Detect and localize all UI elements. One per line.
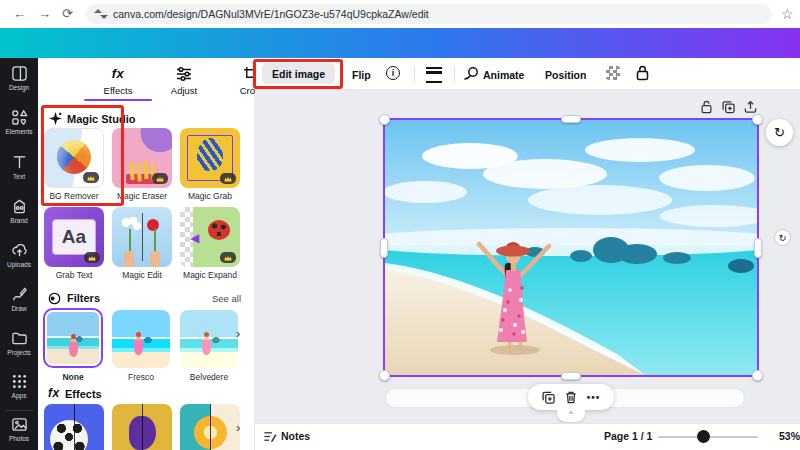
position-button[interactable]: Position bbox=[545, 69, 586, 81]
lock-icon[interactable] bbox=[636, 65, 649, 81]
pro-crown-badge bbox=[84, 252, 100, 263]
filter-label: Belvedere bbox=[176, 372, 242, 382]
flip-button[interactable]: Flip bbox=[352, 69, 371, 81]
divider bbox=[142, 213, 143, 261]
tool-label: Grab Text bbox=[41, 270, 107, 280]
tool-magic-grab[interactable] bbox=[180, 128, 240, 188]
stem bbox=[154, 229, 156, 251]
app-header: File Resize & Magic Switch ↶ ↷ ✓ Untitle… bbox=[0, 28, 800, 58]
ladybug-illustration bbox=[208, 220, 230, 240]
resize-handle-ne[interactable] bbox=[752, 114, 763, 125]
duplicate-icon[interactable] bbox=[542, 391, 555, 404]
rose-illustration bbox=[147, 219, 159, 231]
tool-label: Magic Expand bbox=[177, 270, 243, 280]
element-quick-actions: ••• bbox=[528, 384, 614, 410]
canva-editor-window: ← → ⟳ canva.com/design/DAGNul3MVrE/1nGOZ… bbox=[0, 0, 800, 450]
effect-thumb-shadows[interactable] bbox=[44, 404, 104, 450]
filter-label: Fresco bbox=[108, 372, 174, 382]
page-indicator: Page 1 / 1 bbox=[604, 430, 652, 442]
tool-label: BG Remover bbox=[41, 191, 107, 201]
resize-handle-w[interactable] bbox=[380, 238, 388, 258]
design-icon bbox=[11, 65, 28, 82]
resize-handle-n[interactable] bbox=[561, 115, 581, 123]
sidebar-item-uploads[interactable]: Uploads bbox=[0, 242, 38, 268]
magic-sparkle-icon bbox=[49, 112, 62, 125]
notes-button[interactable]: Notes bbox=[281, 430, 310, 442]
effect-thumb-blur[interactable] bbox=[180, 404, 240, 450]
bookmark-star-icon[interactable]: ☆ bbox=[781, 6, 794, 22]
zoom-slider-thumb[interactable] bbox=[697, 430, 710, 443]
tab-adjust[interactable]: Adjust bbox=[151, 66, 217, 96]
info-icon[interactable]: i bbox=[386, 66, 400, 80]
resize-handle-sw[interactable] bbox=[379, 370, 390, 381]
tool-magic-eraser[interactable] bbox=[112, 128, 172, 188]
browser-forward-icon[interactable]: → bbox=[38, 6, 51, 21]
projects-icon bbox=[11, 330, 28, 347]
edit-image-button[interactable]: Edit image bbox=[262, 63, 335, 84]
rotate-button[interactable]: ↻ bbox=[766, 119, 793, 146]
border-style-icon[interactable] bbox=[426, 67, 442, 83]
divider bbox=[74, 404, 75, 450]
divider bbox=[414, 66, 415, 82]
text-icon bbox=[11, 154, 28, 171]
filter-fresco[interactable] bbox=[112, 310, 170, 368]
sidebar-item-elements[interactable]: Elements bbox=[0, 109, 38, 135]
resize-handle-s[interactable] bbox=[561, 372, 581, 380]
brand-icon bbox=[11, 198, 28, 215]
browser-reload-icon[interactable]: ⟳ bbox=[62, 6, 73, 21]
sidebar-item-projects[interactable]: Projects bbox=[0, 330, 38, 356]
tool-bg-remover[interactable] bbox=[44, 128, 104, 188]
collapse-toolbar-tab[interactable]: ^ bbox=[557, 409, 585, 422]
effect-thumb-duotone[interactable] bbox=[112, 404, 172, 450]
tool-label: Magic Eraser bbox=[109, 191, 175, 201]
effects-panel: fx Effects Adjust Crop Magic Studio bbox=[38, 58, 255, 450]
animate-icon[interactable] bbox=[464, 66, 479, 81]
sidebar-item-brand[interactable]: Brand bbox=[0, 198, 38, 224]
sidebar-item-draw[interactable]: Draw bbox=[0, 286, 38, 312]
divider bbox=[454, 66, 455, 82]
browser-toolbar: ← → ⟳ canva.com/design/DAGNul3MVrE/1nGOZ… bbox=[0, 0, 800, 28]
sidebar-item-apps[interactable]: Apps bbox=[0, 373, 38, 399]
zoom-level: 53% bbox=[779, 430, 800, 442]
filters-see-all-link[interactable]: See all bbox=[212, 293, 241, 304]
site-info-icon[interactable] bbox=[96, 9, 106, 19]
tool-grab-text[interactable]: Aa bbox=[44, 207, 104, 267]
duplicate-page-icon[interactable] bbox=[722, 100, 735, 114]
fx-icon: fx bbox=[112, 66, 125, 81]
sidebar-item-text[interactable]: Text bbox=[0, 154, 38, 180]
aspect-cycle-button[interactable]: ↻ bbox=[774, 229, 791, 246]
browser-back-icon[interactable]: ← bbox=[13, 6, 26, 21]
tab-effects[interactable]: fx Effects bbox=[85, 66, 151, 96]
resize-handle-e[interactable] bbox=[754, 238, 762, 258]
sidebar-item-photos[interactable]: Photos bbox=[0, 416, 38, 442]
filter-none[interactable] bbox=[43, 308, 103, 368]
beachball-illustration bbox=[57, 140, 91, 174]
delete-icon[interactable] bbox=[565, 391, 577, 404]
url-text: canva.com/design/DAGNul3MVrE/1nGOZ3e-u57… bbox=[113, 8, 429, 20]
resize-handle-nw[interactable] bbox=[379, 114, 390, 125]
stem bbox=[129, 229, 131, 251]
transparency-icon[interactable] bbox=[606, 66, 620, 80]
more-options-icon[interactable]: ••• bbox=[587, 392, 601, 403]
share-export-icon[interactable] bbox=[744, 100, 757, 114]
divider bbox=[210, 404, 211, 450]
divider bbox=[5, 410, 33, 411]
resize-handle-se[interactable] bbox=[752, 370, 763, 381]
address-bar[interactable]: canva.com/design/DAGNul3MVrE/1nGOZ3e-u57… bbox=[86, 4, 772, 24]
notes-icon[interactable] bbox=[263, 430, 277, 443]
tool-magic-expand[interactable]: ◀ bbox=[180, 207, 240, 267]
element-lock-icon[interactable] bbox=[700, 100, 713, 114]
filter-preview bbox=[112, 310, 170, 368]
animate-button[interactable]: Animate bbox=[483, 69, 524, 81]
hand-illustration bbox=[150, 251, 160, 267]
pro-crown-badge bbox=[220, 173, 236, 184]
filters-scroll-right-icon[interactable]: › bbox=[236, 326, 240, 341]
tool-magic-edit[interactable] bbox=[112, 207, 172, 267]
page-image[interactable] bbox=[385, 120, 757, 375]
divider bbox=[142, 404, 143, 450]
effects-scroll-right-icon[interactable]: › bbox=[236, 420, 240, 435]
sidebar-item-design[interactable]: Design bbox=[0, 65, 38, 91]
filters-title: Filters bbox=[67, 292, 100, 304]
filter-belvedere[interactable] bbox=[180, 310, 238, 368]
hand-illustration bbox=[124, 251, 134, 267]
